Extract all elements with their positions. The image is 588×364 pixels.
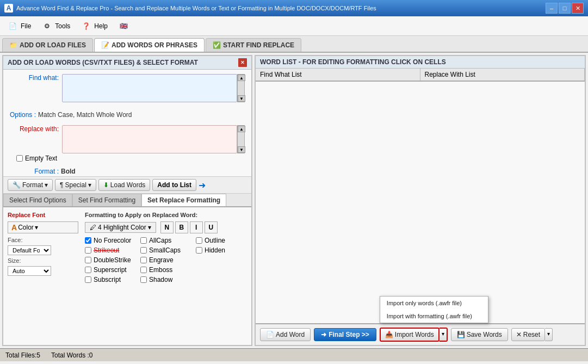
- empty-text-checkbox[interactable]: [16, 155, 23, 162]
- checkbox-outline: Outline: [196, 237, 247, 244]
- subscript-label: Subscript: [94, 276, 121, 283]
- scroll-up-arrow[interactable]: ▲: [238, 75, 245, 81]
- find-what-label: Find what:: [10, 74, 59, 82]
- menu-file[interactable]: 📄 File: [2, 18, 35, 34]
- face-dropdown[interactable]: Default Font: [8, 245, 51, 255]
- hidden-checkbox[interactable]: [196, 247, 202, 254]
- checkbox-hidden: Hidden: [196, 246, 247, 254]
- import-dropdown-arrow[interactable]: ▾: [440, 328, 448, 342]
- highlight-color-button[interactable]: 🖊 4 Highlight Color ▾: [85, 222, 156, 233]
- emboss-checkbox[interactable]: [140, 267, 147, 273]
- reset-icon: ✕: [516, 331, 522, 338]
- tab-set-find-formatting[interactable]: Set Find Formatting: [72, 194, 141, 206]
- tab-start-label: START FIND REPLACE: [223, 41, 294, 49]
- special-icon: ¶: [60, 181, 63, 189]
- smallcaps-checkbox[interactable]: [140, 247, 147, 254]
- tab-set-replace-formatting[interactable]: Set Replace Formatting: [141, 194, 226, 206]
- left-panel: ADD OR LOAD WORDS (CSV/TXT FILES) & SELE…: [2, 55, 252, 346]
- tab-select-find-options[interactable]: Select Find Options: [3, 194, 72, 206]
- tab-add-words[interactable]: 📝 ADD WORDS OR PHRASES: [94, 38, 205, 52]
- formatting-title: Formatting to Apply on Replaced Word:: [85, 212, 247, 218]
- menu-language[interactable]: 🇬🇧: [113, 18, 134, 34]
- reset-dropdown-arrow[interactable]: ▾: [545, 328, 553, 341]
- panel-close-button[interactable]: ✕: [238, 58, 247, 67]
- toolbar-row: 🔧 Format ▾ ¶ Special ▾ ⬇ Load Words Add …: [3, 176, 251, 194]
- format-button[interactable]: 🔧 Format ▾: [8, 179, 53, 191]
- word-list-title: WORD LIST - FOR EDITING FORMATTING CLICK…: [260, 58, 446, 66]
- highlight-btn-row: 🖊 4 Highlight Color ▾ N B I U: [85, 221, 247, 233]
- size-dropdown-row: Auto: [8, 266, 78, 276]
- no-forecolor-label: No Forecolor: [94, 237, 131, 244]
- color-button[interactable]: A Color ▾: [8, 221, 78, 233]
- add-to-list-button[interactable]: Add to List: [152, 179, 196, 191]
- format-i-button[interactable]: I: [190, 221, 203, 233]
- highlight-arrow: ▾: [148, 224, 151, 231]
- tab-start-find-replace[interactable]: ✅ START FIND REPLACE: [206, 38, 301, 52]
- replace-with-input[interactable]: [62, 125, 237, 153]
- maximize-button[interactable]: □: [559, 3, 571, 14]
- no-forecolor-checkbox[interactable]: [85, 237, 91, 244]
- strikeout-checkbox[interactable]: [85, 247, 91, 254]
- add-words-icon: 📝: [101, 41, 109, 49]
- right-panel: WORD LIST - FOR EDITING FORMATTING CLICK…: [255, 55, 586, 346]
- word-list-header: WORD LIST - FOR EDITING FORMATTING CLICK…: [256, 56, 585, 69]
- add-word-label: Add Word: [276, 331, 305, 338]
- empty-text-row: Empty Text: [10, 155, 245, 162]
- load-words-button[interactable]: ⬇ Load Words: [98, 179, 150, 191]
- left-panel-header: ADD OR LOAD WORDS (CSV/TXT FILES) & SELE…: [3, 56, 251, 70]
- format-btn-icon: 🔧: [13, 181, 21, 189]
- format-u-button[interactable]: U: [205, 221, 218, 233]
- doublestrike-checkbox[interactable]: [85, 257, 91, 263]
- subscript-checkbox[interactable]: [85, 276, 91, 283]
- special-button[interactable]: ¶ Special ▾: [55, 179, 96, 191]
- format-btn-label: Format: [22, 181, 43, 189]
- import-only-words-item[interactable]: Import only words (.awfr file): [380, 297, 488, 310]
- superscript-label: Superscript: [94, 266, 127, 274]
- menu-help[interactable]: ❓ Help: [76, 18, 112, 34]
- replace-with-section: Replace with: ▲ ▼ Empty Text: [3, 121, 251, 166]
- special-btn-label: Special: [65, 181, 86, 189]
- replace-font-title: Replace Font: [8, 212, 78, 218]
- special-btn-arrow: ▾: [88, 181, 91, 189]
- size-label: Size:: [8, 257, 78, 264]
- shadow-checkbox[interactable]: [140, 276, 147, 283]
- format-b-button[interactable]: B: [175, 221, 188, 233]
- minimize-button[interactable]: –: [546, 3, 558, 14]
- color-dropdown-arrow: ▾: [35, 224, 38, 231]
- app-icon: A: [4, 4, 13, 13]
- format-n-button[interactable]: N: [160, 221, 174, 233]
- checkboxes-grid: No Forecolor AllCaps Outline Strike: [85, 237, 247, 283]
- tab-add-load-files[interactable]: 📁 ADD OR LOAD FILES: [2, 38, 93, 52]
- font-select-row: Face: Default Font Size: Auto: [8, 237, 78, 276]
- checkbox-superscript: Superscript: [85, 266, 136, 274]
- reset-button[interactable]: ✕ Reset: [511, 328, 545, 341]
- save-words-button[interactable]: 💾 Save Words: [451, 328, 508, 341]
- hidden-label: Hidden: [205, 246, 225, 254]
- replace-scroll-up[interactable]: ▲: [238, 126, 245, 132]
- options-value: Match Case, Match Whole Word: [38, 111, 132, 119]
- size-dropdown[interactable]: Auto: [8, 266, 51, 276]
- outline-checkbox[interactable]: [196, 237, 202, 244]
- menu-tools[interactable]: ⚙ Tools: [36, 18, 75, 34]
- replace-with-row: Replace with: ▲ ▼: [10, 125, 245, 153]
- statusbar: Total Files:5 Total Words :0: [0, 348, 588, 361]
- allcaps-checkbox[interactable]: [140, 237, 147, 244]
- close-button[interactable]: ✕: [572, 3, 584, 14]
- save-words-icon: 💾: [457, 331, 465, 338]
- import-with-formatting-item[interactable]: Import with formatting (.awfr file): [380, 310, 488, 323]
- replace-scroll-down[interactable]: ▼: [238, 146, 245, 153]
- find-what-input[interactable]: [62, 74, 237, 102]
- checkbox-engrave: Engrave: [140, 256, 191, 264]
- engrave-checkbox[interactable]: [140, 257, 147, 263]
- scroll-down-arrow[interactable]: ▼: [238, 95, 245, 102]
- import-words-button[interactable]: 📥 Import Words: [380, 328, 440, 342]
- bottom-bar: 📄 Add Word ➜ Final Step >> ▼ 📥 Import Wo…: [256, 323, 585, 345]
- final-step-button[interactable]: ➜ Final Step >>: [314, 328, 376, 341]
- import-dropdown-menu: Import only words (.awfr file) Import wi…: [380, 296, 488, 323]
- add-word-button[interactable]: 📄 Add Word: [260, 328, 311, 341]
- checkbox-strikeout: Strikeout: [85, 246, 136, 254]
- superscript-checkbox[interactable]: [85, 267, 91, 273]
- face-dropdown-row: Default Font: [8, 245, 78, 255]
- next-arrow-icon: ➜: [199, 180, 206, 190]
- tab-add-load-files-label: ADD OR LOAD FILES: [20, 41, 86, 49]
